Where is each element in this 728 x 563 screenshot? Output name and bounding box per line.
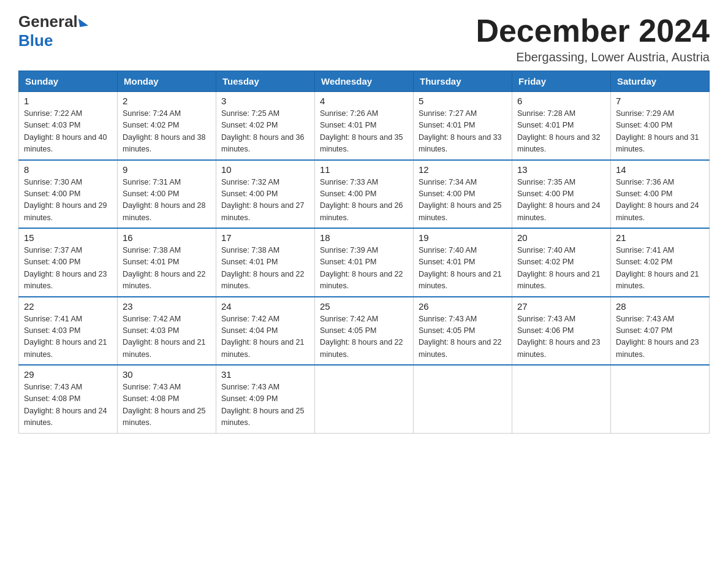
calendar-cell: 30 Sunrise: 7:43 AMSunset: 4:08 PMDaylig… — [118, 365, 216, 433]
day-number: 20 — [517, 232, 605, 243]
calendar-cell: 14 Sunrise: 7:36 AMSunset: 4:00 PMDaylig… — [611, 160, 710, 229]
day-number: 8 — [24, 164, 112, 175]
calendar-cell: 5 Sunrise: 7:27 AMSunset: 4:01 PMDayligh… — [414, 92, 512, 160]
day-info: Sunrise: 7:42 AMSunset: 4:03 PMDaylight:… — [123, 313, 211, 361]
day-info: Sunrise: 7:43 AMSunset: 4:08 PMDaylight:… — [123, 381, 211, 429]
calendar-body: 1 Sunrise: 7:22 AMSunset: 4:03 PMDayligh… — [19, 92, 710, 434]
calendar-cell: 7 Sunrise: 7:29 AMSunset: 4:00 PMDayligh… — [611, 92, 710, 160]
calendar-cell: 12 Sunrise: 7:34 AMSunset: 4:00 PMDaylig… — [414, 160, 512, 229]
calendar-cell: 16 Sunrise: 7:38 AMSunset: 4:01 PMDaylig… — [118, 228, 216, 297]
day-info: Sunrise: 7:33 AMSunset: 4:00 PMDaylight:… — [320, 177, 408, 224]
day-info: Sunrise: 7:26 AMSunset: 4:01 PMDaylight:… — [320, 108, 408, 156]
day-info: Sunrise: 7:40 AMSunset: 4:02 PMDaylight:… — [517, 245, 605, 293]
day-info: Sunrise: 7:40 AMSunset: 4:01 PMDaylight:… — [419, 245, 507, 293]
day-info: Sunrise: 7:41 AMSunset: 4:03 PMDaylight:… — [24, 313, 112, 361]
day-info: Sunrise: 7:35 AMSunset: 4:00 PMDaylight:… — [517, 177, 605, 224]
calendar-week-row: 1 Sunrise: 7:22 AMSunset: 4:03 PMDayligh… — [19, 92, 710, 160]
calendar-cell: 28 Sunrise: 7:43 AMSunset: 4:07 PMDaylig… — [611, 297, 710, 366]
day-number: 16 — [123, 232, 211, 243]
day-number: 12 — [419, 164, 507, 175]
title-block: December 2024 Ebergassing, Lower Austria… — [476, 12, 710, 64]
day-info: Sunrise: 7:29 AMSunset: 4:00 PMDaylight:… — [616, 108, 704, 156]
calendar-cell: 31 Sunrise: 7:43 AMSunset: 4:09 PMDaylig… — [216, 365, 315, 433]
day-number: 21 — [616, 232, 704, 243]
day-info: Sunrise: 7:34 AMSunset: 4:00 PMDaylight:… — [419, 177, 507, 224]
calendar-cell: 19 Sunrise: 7:40 AMSunset: 4:01 PMDaylig… — [414, 228, 512, 297]
day-number: 28 — [616, 301, 704, 312]
calendar-cell: 23 Sunrise: 7:42 AMSunset: 4:03 PMDaylig… — [118, 297, 216, 366]
day-number: 2 — [123, 96, 211, 106]
day-header-wednesday: Wednesday — [315, 71, 414, 92]
logo: General Blue — [18, 12, 89, 50]
month-title: December 2024 — [476, 12, 710, 49]
logo-blue-text: Blue — [18, 31, 53, 50]
day-info: Sunrise: 7:41 AMSunset: 4:02 PMDaylight:… — [616, 245, 704, 293]
logo-arrow-icon — [78, 17, 88, 26]
day-info: Sunrise: 7:37 AMSunset: 4:00 PMDaylight:… — [24, 245, 112, 293]
calendar-table: SundayMondayTuesdayWednesdayThursdayFrid… — [18, 71, 710, 434]
day-number: 6 — [517, 96, 605, 106]
day-info: Sunrise: 7:25 AMSunset: 4:02 PMDaylight:… — [221, 108, 309, 156]
day-number: 30 — [123, 369, 211, 380]
day-info: Sunrise: 7:28 AMSunset: 4:01 PMDaylight:… — [517, 108, 605, 156]
calendar-cell: 17 Sunrise: 7:38 AMSunset: 4:01 PMDaylig… — [216, 228, 315, 297]
day-info: Sunrise: 7:39 AMSunset: 4:01 PMDaylight:… — [320, 245, 408, 293]
calendar-cell: 26 Sunrise: 7:43 AMSunset: 4:05 PMDaylig… — [414, 297, 512, 366]
calendar-cell: 25 Sunrise: 7:42 AMSunset: 4:05 PMDaylig… — [315, 297, 414, 366]
calendar-cell: 22 Sunrise: 7:41 AMSunset: 4:03 PMDaylig… — [19, 297, 118, 366]
day-number: 31 — [221, 369, 309, 380]
day-number: 13 — [517, 164, 605, 175]
calendar-cell: 1 Sunrise: 7:22 AMSunset: 4:03 PMDayligh… — [19, 92, 118, 160]
calendar-cell: 24 Sunrise: 7:42 AMSunset: 4:04 PMDaylig… — [216, 297, 315, 366]
day-number: 1 — [24, 96, 112, 106]
calendar-cell: 9 Sunrise: 7:31 AMSunset: 4:00 PMDayligh… — [118, 160, 216, 229]
day-number: 25 — [320, 301, 408, 312]
day-info: Sunrise: 7:24 AMSunset: 4:02 PMDaylight:… — [123, 108, 211, 156]
calendar-week-row: 22 Sunrise: 7:41 AMSunset: 4:03 PMDaylig… — [19, 297, 710, 366]
day-header-tuesday: Tuesday — [216, 71, 315, 92]
day-number: 19 — [419, 232, 507, 243]
day-number: 26 — [419, 301, 507, 312]
calendar-week-row: 29 Sunrise: 7:43 AMSunset: 4:08 PMDaylig… — [19, 365, 710, 433]
calendar-cell: 20 Sunrise: 7:40 AMSunset: 4:02 PMDaylig… — [512, 228, 611, 297]
calendar-cell — [414, 365, 512, 433]
day-info: Sunrise: 7:27 AMSunset: 4:01 PMDaylight:… — [419, 108, 507, 156]
day-info: Sunrise: 7:42 AMSunset: 4:04 PMDaylight:… — [221, 313, 309, 361]
day-header-thursday: Thursday — [414, 71, 512, 92]
calendar-cell: 11 Sunrise: 7:33 AMSunset: 4:00 PMDaylig… — [315, 160, 414, 229]
calendar-cell: 27 Sunrise: 7:43 AMSunset: 4:06 PMDaylig… — [512, 297, 611, 366]
day-number: 23 — [123, 301, 211, 312]
day-number: 9 — [123, 164, 211, 175]
calendar-cell: 18 Sunrise: 7:39 AMSunset: 4:01 PMDaylig… — [315, 228, 414, 297]
calendar-cell — [611, 365, 710, 433]
day-header-friday: Friday — [512, 71, 611, 92]
day-info: Sunrise: 7:43 AMSunset: 4:08 PMDaylight:… — [24, 381, 112, 429]
day-number: 29 — [24, 369, 112, 380]
calendar-cell — [315, 365, 414, 433]
day-header-sunday: Sunday — [19, 71, 118, 92]
calendar-cell: 15 Sunrise: 7:37 AMSunset: 4:00 PMDaylig… — [19, 228, 118, 297]
day-info: Sunrise: 7:38 AMSunset: 4:01 PMDaylight:… — [123, 245, 211, 293]
day-info: Sunrise: 7:30 AMSunset: 4:00 PMDaylight:… — [24, 177, 112, 224]
location-text: Ebergassing, Lower Austria, Austria — [476, 50, 710, 64]
day-number: 7 — [616, 96, 704, 106]
day-info: Sunrise: 7:31 AMSunset: 4:00 PMDaylight:… — [123, 177, 211, 224]
calendar-cell — [512, 365, 611, 433]
day-info: Sunrise: 7:38 AMSunset: 4:01 PMDaylight:… — [221, 245, 309, 293]
calendar-cell: 6 Sunrise: 7:28 AMSunset: 4:01 PMDayligh… — [512, 92, 611, 160]
day-number: 27 — [517, 301, 605, 312]
day-number: 24 — [221, 301, 309, 312]
day-header-saturday: Saturday — [611, 71, 710, 92]
day-number: 17 — [221, 232, 309, 243]
calendar-cell: 8 Sunrise: 7:30 AMSunset: 4:00 PMDayligh… — [19, 160, 118, 229]
calendar-cell: 3 Sunrise: 7:25 AMSunset: 4:02 PMDayligh… — [216, 92, 315, 160]
day-number: 22 — [24, 301, 112, 312]
day-info: Sunrise: 7:36 AMSunset: 4:00 PMDaylight:… — [616, 177, 704, 224]
day-info: Sunrise: 7:22 AMSunset: 4:03 PMDaylight:… — [24, 108, 112, 156]
day-number: 3 — [221, 96, 309, 106]
day-info: Sunrise: 7:43 AMSunset: 4:09 PMDaylight:… — [221, 381, 309, 429]
calendar-week-row: 15 Sunrise: 7:37 AMSunset: 4:00 PMDaylig… — [19, 228, 710, 297]
day-info: Sunrise: 7:43 AMSunset: 4:06 PMDaylight:… — [517, 313, 605, 361]
calendar-cell: 2 Sunrise: 7:24 AMSunset: 4:02 PMDayligh… — [118, 92, 216, 160]
day-number: 10 — [221, 164, 309, 175]
